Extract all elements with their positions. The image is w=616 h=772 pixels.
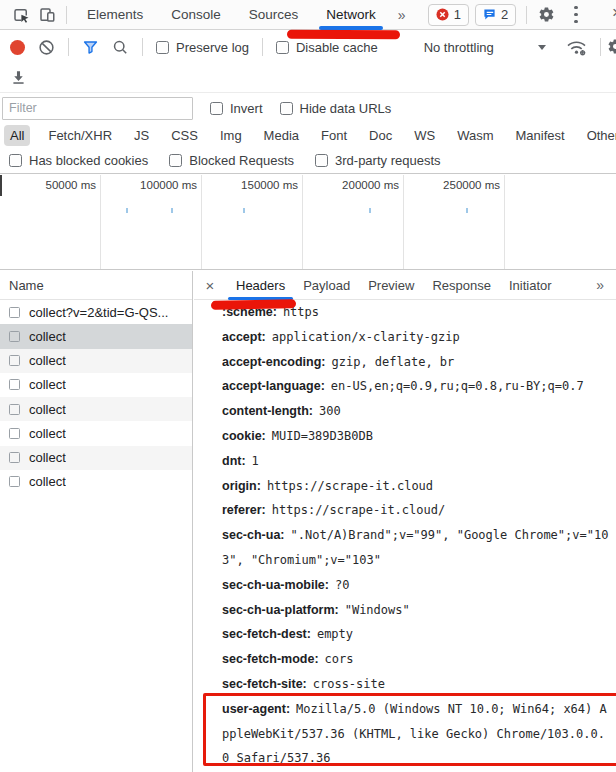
tab-headers[interactable]: Headers: [236, 271, 285, 300]
blocked-requests-checkbox[interactable]: [169, 154, 182, 167]
type-filter-fetch-xhr[interactable]: Fetch/XHR: [42, 125, 118, 146]
export-har-button[interactable]: [10, 69, 27, 86]
type-filter-media[interactable]: Media: [258, 125, 305, 146]
type-filter-doc[interactable]: Doc: [363, 125, 398, 146]
gear-icon: [538, 6, 555, 23]
header-key: dnt:: [222, 454, 246, 468]
type-filter-all[interactable]: All: [4, 125, 30, 146]
device-toolbar-icon: [38, 6, 56, 24]
table-row[interactable]: collect: [0, 397, 192, 421]
preserve-log-checkbox[interactable]: [156, 41, 169, 54]
network-overview-timeline[interactable]: 50000 ms 100000 ms 150000 ms 200000 ms 2…: [0, 175, 616, 270]
error-count-badge[interactable]: 1: [428, 4, 469, 26]
has-blocked-cookies-checkbox[interactable]: [9, 154, 22, 167]
header-key: sec-fetch-dest:: [222, 627, 311, 641]
clear-network-log-button[interactable]: [38, 39, 55, 56]
inspect-element-button[interactable]: [8, 2, 34, 28]
header-entry: content-length:300: [222, 399, 611, 424]
close-details-button[interactable]: ×: [202, 277, 218, 294]
tab-initiator[interactable]: Initiator: [509, 271, 552, 300]
table-row-selected[interactable]: collect: [0, 324, 192, 348]
invert-label: Invert: [230, 101, 263, 116]
type-filter-img[interactable]: Img: [214, 125, 248, 146]
header-value: 300: [319, 404, 341, 418]
hide-data-urls-label: Hide data URLs: [300, 101, 392, 116]
type-filter-css[interactable]: CSS: [165, 125, 204, 146]
disable-cache-checkbox[interactable]: [276, 41, 289, 54]
devtools-panel-tabs: Elements Console Sources Network: [87, 0, 376, 30]
third-party-requests-checkbox[interactable]: [315, 154, 328, 167]
tab-sources[interactable]: Sources: [249, 0, 299, 30]
close-devtools-button[interactable]: ×: [612, 3, 616, 23]
filter-toggle-button[interactable]: [82, 39, 99, 56]
tab-payload[interactable]: Payload: [303, 271, 350, 300]
timeline-tick-label: 50000 ms: [0, 175, 101, 269]
disable-cache-label: Disable cache: [296, 40, 378, 55]
header-value: MUID=389D3B0DB: [272, 429, 373, 443]
tab-elements[interactable]: Elements: [87, 0, 143, 30]
divider: [142, 38, 143, 56]
red-box-annotation-user-agent: [203, 693, 616, 766]
console-message-badge[interactable]: 2: [475, 4, 516, 26]
table-row[interactable]: collect: [0, 446, 192, 470]
type-filter-other[interactable]: Other: [581, 125, 616, 146]
name-column-header[interactable]: Name: [0, 271, 192, 300]
tab-console[interactable]: Console: [171, 0, 221, 30]
header-entry: accept-encoding:gzip, deflate, br: [222, 350, 611, 375]
request-details-tabs: × Headers Payload Preview Response Initi…: [194, 271, 616, 300]
more-options-button[interactable]: [563, 2, 589, 28]
network-settings-button[interactable]: [607, 38, 616, 55]
invert-checkbox[interactable]: [210, 102, 223, 115]
header-value: 1: [252, 454, 259, 468]
clear-icon: [38, 39, 55, 56]
header-key: accept-language:: [222, 379, 325, 393]
request-doc-icon: [9, 476, 20, 487]
wifi-gear-icon: [566, 39, 587, 56]
divider: [68, 38, 69, 56]
header-value: https://scrape-it.cloud: [267, 479, 433, 493]
request-list: collect?v=2&tid=G-QS... collect collect …: [0, 300, 192, 494]
type-filter-js[interactable]: JS: [128, 125, 155, 146]
search-button[interactable]: [112, 39, 129, 56]
type-filter-manifest[interactable]: Manifest: [509, 125, 570, 146]
header-key: origin:: [222, 479, 261, 493]
type-filter-wasm[interactable]: Wasm: [451, 125, 499, 146]
type-filter-ws[interactable]: WS: [408, 125, 441, 146]
record-network-log-button[interactable]: [10, 40, 25, 55]
settings-button[interactable]: [533, 2, 559, 28]
request-doc-icon: [9, 452, 20, 463]
table-row[interactable]: collect: [0, 421, 192, 445]
chevron-down-icon[interactable]: [538, 45, 546, 50]
divider: [600, 38, 601, 56]
header-value: gzip, deflate, br: [332, 355, 455, 369]
request-name: collect: [29, 426, 66, 441]
header-key: accept-encoding:: [222, 355, 326, 369]
header-entry: accept-language:en-US,en;q=0.9,ru;q=0.8,…: [222, 374, 611, 399]
tab-response[interactable]: Response: [432, 271, 491, 300]
more-detail-tabs-button[interactable]: »: [596, 277, 604, 293]
tab-network[interactable]: Network: [326, 0, 376, 30]
filter-input[interactable]: [2, 97, 193, 120]
search-icon: [112, 39, 129, 56]
table-row[interactable]: collect: [0, 470, 192, 494]
divider: [262, 38, 263, 56]
more-panels-button[interactable]: »: [398, 7, 406, 23]
throttling-select[interactable]: No throttling: [424, 40, 494, 55]
tab-headers-label: Headers: [236, 278, 285, 293]
network-conditions-button[interactable]: [566, 39, 587, 56]
preserve-log-label: Preserve log: [176, 40, 249, 55]
request-filter-checkboxes: Has blocked cookies Blocked Requests 3rd…: [0, 148, 616, 174]
toggle-device-toolbar-button[interactable]: [34, 2, 60, 28]
table-row[interactable]: collect: [0, 373, 192, 397]
table-row[interactable]: collect: [0, 349, 192, 373]
request-doc-icon: [9, 355, 20, 366]
request-doc-icon: [9, 404, 20, 415]
hide-data-urls-checkbox[interactable]: [280, 102, 293, 115]
header-key: accept:: [222, 330, 266, 344]
tab-preview[interactable]: Preview: [368, 271, 414, 300]
red-underline-annotation-headers: [211, 299, 296, 310]
timeline-activity-tick: [126, 208, 128, 213]
header-key: sec-ch-ua:: [222, 528, 285, 542]
type-filter-font[interactable]: Font: [315, 125, 353, 146]
table-row[interactable]: collect?v=2&tid=G-QS...: [0, 300, 192, 324]
